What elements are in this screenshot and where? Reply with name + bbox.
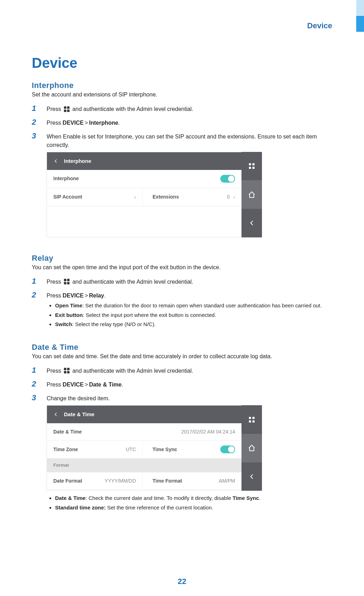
relay-bullet-exitbutton: Exit button: Select the input port where… (55, 311, 332, 319)
row-label: SIP Account (53, 193, 131, 200)
side-apps-button[interactable] (241, 405, 262, 434)
side-home-button[interactable] (241, 180, 262, 209)
relay-heading: Relay (32, 254, 332, 263)
nav-device: DEVICE (62, 120, 84, 126)
datetime-bullet-timezone: Standard time zone: Set the time referen… (55, 504, 332, 512)
step-text: Press (47, 105, 61, 113)
bullet-title: Exit button (55, 312, 83, 318)
nav-relay: Relay (89, 293, 104, 299)
interphone-step-3: When Enable is set for Interphone, you c… (32, 130, 332, 243)
bullet-title: Standard time zone: (55, 504, 106, 511)
bullet-desc: : Set the duration for the door to remai… (82, 302, 322, 308)
apps-icon (64, 106, 70, 112)
step-text: Change the desired item. (47, 395, 110, 401)
timezone-row[interactable]: Time Zone UTC (47, 441, 143, 458)
relay-steps: Press and authenticate with the Admin le… (32, 275, 332, 333)
step-text: Press (47, 278, 61, 286)
svg-rect-6 (249, 420, 251, 423)
step-text: and authenticate with the Admin level cr… (72, 278, 193, 286)
apps-icon (64, 368, 70, 373)
chevron-right-icon: › (134, 193, 136, 201)
svg-rect-3 (252, 167, 255, 169)
home-icon (247, 190, 256, 199)
nav-interphone: Interphone (89, 120, 118, 126)
relay-intro: You can set the open time and the input … (32, 264, 332, 271)
nav-datetime: Date & Time (89, 382, 121, 388)
apps-icon (247, 415, 256, 424)
toggle-on-icon[interactable] (220, 175, 235, 183)
page-number: 22 (0, 577, 364, 586)
step-text: and authenticate with the Admin level cr… (72, 105, 193, 113)
chevron-right-icon: › (233, 193, 235, 201)
row-label: Time Format (153, 477, 215, 484)
svg-rect-7 (252, 420, 255, 423)
relay-step-1: Press and authenticate with the Admin le… (32, 275, 332, 289)
format-section-header: Format (47, 459, 241, 472)
row-value: UTC (126, 446, 136, 453)
step-text: Press (47, 367, 61, 375)
home-icon (247, 444, 256, 452)
datetime-steps: Press and authenticate with the Admin le… (32, 364, 332, 516)
row-value: YYYY/MM/DD (105, 477, 136, 484)
shot-titlebar[interactable]: Date & Time (47, 406, 241, 423)
breadcrumb-separator: > (85, 120, 88, 126)
interphone-steps: Press and authenticate with the Admin le… (32, 102, 332, 244)
row-label: Date Format (53, 477, 101, 484)
apps-icon (64, 279, 70, 284)
interphone-intro: Set the account and extensions of SIP in… (32, 92, 332, 98)
interphone-toggle-row[interactable]: Interphone (47, 170, 241, 188)
side-home-button[interactable] (241, 434, 262, 462)
bullet-desc: : Select the input port where the exit b… (83, 312, 216, 318)
breadcrumb-separator: > (85, 293, 88, 299)
nav-device: DEVICE (62, 293, 84, 299)
svg-rect-4 (249, 417, 251, 419)
side-back-button[interactable] (241, 209, 262, 237)
back-arrow-icon (53, 158, 59, 164)
back-arrow-icon (53, 411, 59, 418)
datetime-step-3: Change the desired item. Date & Time Dat… (32, 391, 332, 516)
row-value: 2017/02/02 AM 04:24:14 (181, 428, 235, 435)
toggle-on-icon[interactable] (220, 445, 235, 453)
timesync-row[interactable]: Time Sync (146, 441, 241, 458)
svg-rect-1 (252, 163, 255, 165)
edge-color-tab (356, 0, 364, 32)
step-text: . (104, 293, 106, 299)
bullet-title: Switch (55, 321, 72, 327)
extensions-row[interactable]: Extensions 0 › (146, 188, 241, 206)
step-text: and authenticate with the Admin level cr… (72, 367, 193, 375)
bullet-emph: Time Sync (233, 495, 259, 501)
relay-bullet-switch: Switch: Select the relay type (N/O or N/… (55, 320, 332, 329)
sip-account-row[interactable]: SIP Account › (47, 188, 143, 206)
datetime-row[interactable]: Date & Time 2017/02/02 AM 04:24:14 (47, 423, 241, 441)
relay-bullets: Open Time: Set the duration for the door… (47, 302, 332, 329)
step-text: When Enable is set for Interphone, you c… (47, 134, 317, 148)
svg-rect-5 (252, 417, 255, 419)
shot-titlebar[interactable]: Interphone (47, 152, 241, 170)
row-label: Date & Time (53, 428, 178, 435)
datetime-step-2: Press DEVICE>Date & Time. (32, 378, 332, 391)
relay-step-2: Press DEVICE>Relay. Open Time: Set the d… (32, 289, 332, 333)
bullet-tail: . (259, 495, 261, 501)
side-back-button[interactable] (241, 462, 262, 491)
step-text: Press (47, 293, 62, 299)
apps-icon (247, 162, 256, 170)
step-text: . (121, 382, 123, 388)
dateformat-row[interactable]: Date Format YYYY/MM/DD (47, 472, 143, 489)
side-apps-button[interactable] (241, 152, 262, 181)
nav-device: DEVICE (62, 382, 84, 388)
shot-title-text: Interphone (64, 157, 91, 165)
datetime-screenshot: Date & Time Date & Time 2017/02/02 AM 04… (47, 405, 262, 491)
page-title: Device (32, 55, 332, 71)
row-label: Extensions (153, 193, 223, 200)
breadcrumb-separator: > (85, 382, 88, 388)
shot-title-text: Date & Time (64, 411, 94, 418)
timeformat-row[interactable]: Time Format AM/PM (146, 472, 241, 489)
back-arrow-icon (247, 472, 256, 481)
bullet-title: Date & Time (55, 495, 85, 501)
interphone-step-1: Press and authenticate with the Admin le… (32, 102, 332, 116)
svg-rect-2 (249, 167, 251, 169)
interphone-screenshot: Interphone Interphone SIP Account › Exte… (47, 152, 262, 237)
row-label: Time Sync (153, 446, 217, 453)
page-header-label: Device (32, 21, 332, 30)
bullet-desc: Set the time reference of the current lo… (106, 504, 213, 511)
